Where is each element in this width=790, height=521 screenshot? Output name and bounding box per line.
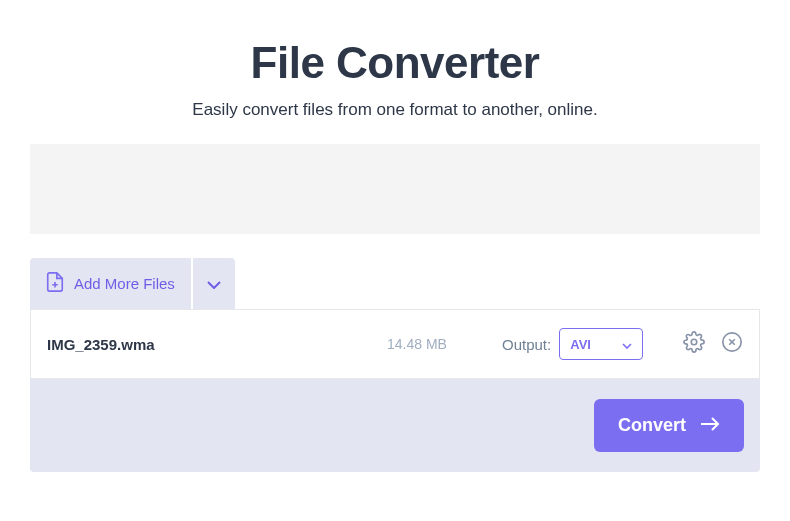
add-source-dropdown-button[interactable] <box>191 258 235 309</box>
page-subtitle: Easily convert files from one format to … <box>0 100 790 120</box>
gear-icon <box>683 331 705 357</box>
chevron-down-icon <box>207 275 221 293</box>
remove-file-button[interactable] <box>721 331 743 357</box>
arrow-right-icon <box>700 415 720 436</box>
output-format-value: AVI <box>570 337 591 352</box>
page-title: File Converter <box>0 38 790 88</box>
settings-button[interactable] <box>683 331 705 357</box>
close-icon <box>721 331 743 357</box>
chevron-down-icon <box>622 335 632 353</box>
converter-area: Add More Files IMG_2359.wma 14.48 MB Out… <box>30 258 760 472</box>
svg-point-2 <box>691 339 697 345</box>
convert-label: Convert <box>618 415 686 436</box>
ad-banner <box>30 144 760 234</box>
file-row: IMG_2359.wma 14.48 MB Output: AVI <box>30 309 760 379</box>
add-more-files-button[interactable]: Add More Files <box>30 258 191 309</box>
file-add-icon <box>46 272 64 295</box>
add-more-files-label: Add More Files <box>74 275 175 292</box>
file-name: IMG_2359.wma <box>47 336 387 353</box>
convert-button[interactable]: Convert <box>594 399 744 452</box>
file-size: 14.48 MB <box>387 336 477 352</box>
output-label: Output: <box>502 336 551 353</box>
output-format-select[interactable]: AVI <box>559 328 643 360</box>
